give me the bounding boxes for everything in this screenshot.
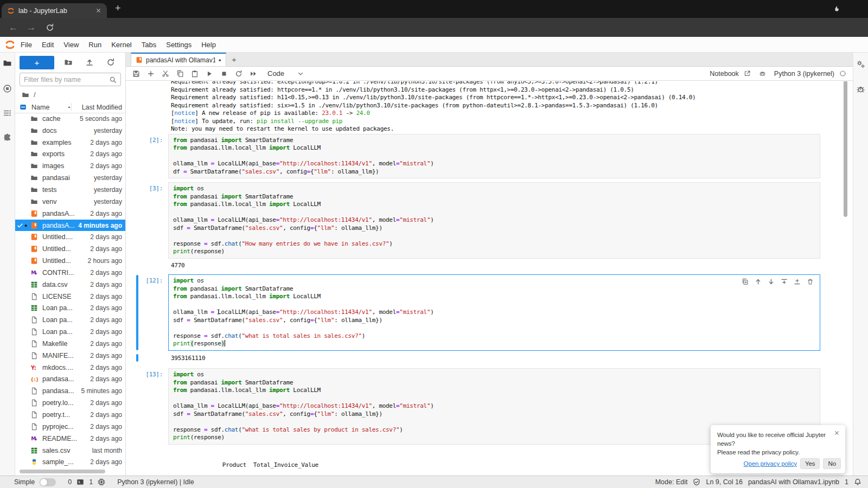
code-cell[interactable]: [3]:import osfrom pandasai import SmartD… [126, 182, 853, 259]
refresh-file-list-button[interactable] [106, 58, 115, 67]
new-launcher-button[interactable]: + [20, 56, 54, 69]
menu-file[interactable]: File [16, 41, 37, 49]
restart-run-all-button[interactable] [250, 70, 257, 78]
file-browser-tab-icon[interactable] [3, 59, 12, 68]
cut-cells-button[interactable] [162, 70, 169, 78]
delete-cell-icon[interactable] [807, 278, 814, 285]
code-cell[interactable]: [2]:from pandasai import SmartDataframef… [126, 134, 853, 179]
table-of-contents-icon[interactable] [3, 108, 12, 118]
add-tab-button[interactable]: + [232, 55, 237, 64]
file-row[interactable]: MREADME...2 days ago [15, 433, 125, 445]
menu-run[interactable]: Run [84, 41, 106, 49]
cell-editor[interactable]: from pandasai import SmartDataframefrom … [168, 134, 820, 179]
file-row[interactable]: pandasa...5 minutes ago [15, 385, 125, 397]
debugger-sidebar-icon[interactable] [856, 85, 865, 94]
forward-button[interactable]: → [27, 22, 36, 33]
file-row[interactable]: testsyesterday [15, 184, 125, 196]
extension-manager-icon[interactable] [3, 133, 12, 142]
insert-cell-below-icon[interactable] [794, 278, 801, 285]
terminals-count[interactable]: 0 [68, 478, 72, 486]
checkbox-toggle-icon[interactable] [20, 104, 27, 111]
file-row[interactable]: Loan pa...2 days ago [15, 303, 125, 314]
file-row[interactable]: venvyesterday [15, 196, 125, 208]
add-cell-button[interactable] [147, 70, 155, 78]
file-row[interactable]: Y:mkdocs....2 days ago [15, 362, 125, 374]
cell-editor[interactable]: import osfrom pandasai import SmartDataf… [168, 274, 820, 351]
menu-kernel[interactable]: Kernel [106, 41, 137, 49]
menu-edit[interactable]: Edit [37, 41, 59, 49]
file-browser-hscrollbar[interactable] [20, 470, 105, 473]
move-cell-up-icon[interactable] [755, 278, 762, 285]
menu-view[interactable]: View [59, 41, 84, 49]
home-folder-icon[interactable] [22, 91, 29, 99]
yes-button[interactable]: Yes [800, 458, 820, 469]
menu-help[interactable]: Help [196, 41, 221, 49]
file-row[interactable]: exports2 days ago [15, 149, 125, 160]
notebook-tab[interactable]: pandasAI with Ollamav1.ipy ● [131, 53, 226, 66]
kernels-count[interactable]: 1 [89, 478, 93, 486]
file-row[interactable]: Loan pa...2 days ago [15, 314, 125, 326]
file-row[interactable]: data.csv2 days ago [15, 279, 125, 291]
restart-kernel-button[interactable] [235, 70, 242, 78]
cursor-position[interactable]: Ln 9, Col 16 [706, 478, 742, 486]
file-row[interactable]: Makefile2 days ago [15, 338, 125, 350]
file-row[interactable]: Loan pa...2 days ago [15, 326, 125, 338]
file-row[interactable]: poetry.lo...2 days ago [15, 397, 125, 409]
notebook-vscrollbar[interactable] [844, 81, 847, 217]
no-button[interactable]: No [823, 458, 841, 469]
browser-tab[interactable]: lab - JupyterLab [2, 3, 107, 18]
file-row[interactable]: pandasaiyesterday [15, 172, 125, 184]
column-header-modified[interactable]: Last Modified [82, 104, 122, 111]
kernel-name[interactable]: Python 3 (ipykernel) [774, 70, 834, 78]
file-row[interactable]: {:}pandasa...2 days ago [15, 374, 125, 386]
column-header-name[interactable]: Name [31, 104, 49, 111]
file-row[interactable]: examples2 days ago [15, 137, 125, 149]
copy-cells-button[interactable] [176, 70, 184, 78]
output-collapser[interactable] [136, 354, 138, 362]
insert-cell-above-icon[interactable] [781, 278, 788, 285]
reload-button[interactable] [46, 23, 54, 32]
tab-close-icon[interactable] [95, 8, 101, 14]
menu-settings[interactable]: Settings [161, 41, 196, 49]
file-row[interactable]: ●pandasA...4 minutes ago [15, 220, 125, 232]
kernel-status-text[interactable]: Python 3 (ipykernel) | Idle [117, 478, 194, 486]
file-row[interactable]: LICENSE2 days ago [15, 291, 125, 303]
file-filter-input[interactable] [24, 76, 109, 84]
external-link-icon[interactable] [744, 70, 751, 77]
new-tab-button[interactable]: + [115, 3, 121, 14]
code-cell[interactable]: [12]:import osfrom pandasai import Smart… [126, 274, 853, 351]
new-folder-button[interactable] [64, 58, 73, 67]
file-row[interactable]: pyprojec...2 days ago [15, 421, 125, 433]
cell-editor[interactable]: import osfrom pandasai import SmartDataf… [168, 182, 820, 259]
back-button[interactable]: ← [9, 22, 18, 33]
bell-icon[interactable] [854, 478, 861, 486]
simple-mode-toggle[interactable] [40, 478, 56, 486]
file-row[interactable]: Untitled...2 days ago [15, 243, 125, 255]
active-cell-collapser[interactable] [136, 275, 138, 350]
file-row[interactable]: MANIFE...2 days ago [15, 350, 125, 362]
file-row[interactable]: sample_...2 days ago [15, 456, 125, 468]
notebook-mode-label[interactable]: Notebook [710, 70, 739, 78]
menu-tabs[interactable]: Tabs [137, 41, 161, 49]
debugger-icon[interactable] [759, 70, 766, 77]
notification-close-icon[interactable] [834, 430, 840, 436]
file-row[interactable]: pandasA...2 days ago [15, 208, 125, 220]
file-row[interactable]: sales.csvlast month [15, 445, 125, 457]
interrupt-kernel-button[interactable] [220, 70, 228, 78]
file-row[interactable]: Untitled...2 hours ago [15, 255, 125, 267]
file-row[interactable]: cache5 seconds ago [15, 113, 125, 125]
cell-type-dropdown[interactable]: Code [267, 69, 304, 78]
run-cell-button[interactable] [206, 70, 213, 78]
move-cell-down-icon[interactable] [768, 278, 775, 285]
running-sessions-icon[interactable] [3, 84, 12, 93]
file-row[interactable]: docsyesterday [15, 125, 125, 137]
mode-indicator[interactable]: Mode: Edit [655, 478, 688, 486]
file-row[interactable]: images2 days ago [15, 160, 125, 172]
breadcrumb[interactable]: / [15, 88, 125, 101]
file-row[interactable]: poetry.t...2 days ago [15, 409, 125, 421]
file-row[interactable]: MCONTRI...2 days ago [15, 267, 125, 279]
save-button[interactable] [132, 70, 140, 78]
file-row[interactable]: Untitled....2 days ago [15, 231, 125, 243]
open-privacy-policy-link[interactable]: Open privacy policy [744, 459, 797, 468]
property-inspector-icon[interactable] [856, 60, 865, 69]
